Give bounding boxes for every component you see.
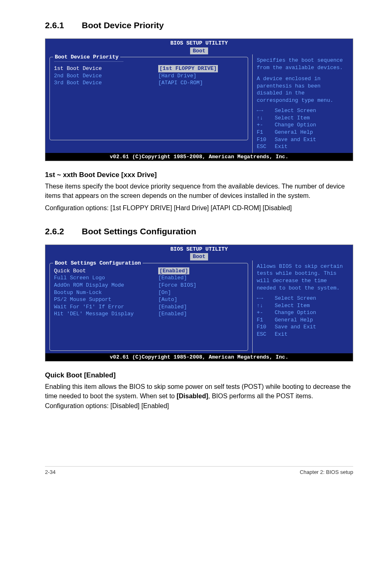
bios-option-row[interactable]: 2nd Boot Device[Hard Drive] xyxy=(54,72,244,80)
key-hint-row: F1General Help xyxy=(257,316,349,324)
subsection-heading: 1st ~ xxth Boot Device [xxx Drive] xyxy=(45,171,353,179)
help-text-1: Specifies the boot sequence from the ava… xyxy=(257,57,349,71)
key-name: F10 xyxy=(257,323,275,331)
key-hint-row: ↑↓Select Item xyxy=(257,302,349,310)
key-hint-row: ←→Select Screen xyxy=(257,295,349,302)
section-heading-2: 2.6.2Boot Settings Configuration xyxy=(45,227,353,236)
bios-tab-boot[interactable]: Boot xyxy=(190,47,208,55)
key-action: Select Item xyxy=(275,114,310,122)
key-action: General Help xyxy=(275,316,313,324)
bios-footer: v02.61 (C)Copyright 1985-2008, American … xyxy=(45,353,353,361)
option-label: Bootup Num-Lock xyxy=(54,289,158,296)
keys-help: ←→Select Screen↑↓Select Item+-Change Opt… xyxy=(257,295,349,338)
bios-option-row[interactable]: Wait For 'F1' If Error[Enabled] xyxy=(54,303,244,311)
key-name: F1 xyxy=(257,129,275,136)
page-footer: 2-34 Chapter 2: BIOS setup xyxy=(45,466,353,483)
key-name: +- xyxy=(257,121,275,129)
chapter-label: Chapter 2: BIOS setup xyxy=(300,469,353,475)
key-name: ESC xyxy=(257,331,275,338)
bios-panel-boot-settings: BIOS SETUP UTILITY Boot Boot Settings Co… xyxy=(45,245,353,361)
key-name: F10 xyxy=(257,136,275,144)
key-name: ↑↓ xyxy=(257,302,275,310)
key-hint-row: F1General Help xyxy=(257,129,349,136)
bios-help-panel: Allows BIOS to skip certain tests while … xyxy=(252,260,353,353)
key-hint-row: +-Change Option xyxy=(257,309,349,316)
key-name: +- xyxy=(257,309,275,316)
option-value[interactable]: [1st FLOPPY DRIVE] xyxy=(158,65,218,72)
help-text-1: Allows BIOS to skip certain tests while … xyxy=(257,263,349,292)
bios-left-panel: Boot Device Priority 1st Boot Device[1st… xyxy=(49,57,248,140)
key-action: Select Screen xyxy=(275,295,316,302)
body-paragraph: Enabling this item allows the BIOS to sk… xyxy=(45,382,353,411)
bios-title-bar: BIOS SETUP UTILITY xyxy=(45,39,353,47)
key-name: ESC xyxy=(257,143,275,150)
option-value[interactable]: [Force BIOS] xyxy=(158,282,197,289)
key-hint-row: +-Change Option xyxy=(257,121,349,129)
body-paragraph: Configuration options: [1st FLOPPY DRIVE… xyxy=(45,203,353,213)
key-action: Change Option xyxy=(275,309,316,316)
bios-title-bar: BIOS SETUP UTILITY xyxy=(45,245,353,253)
bold-text: [Disabled] xyxy=(177,393,208,399)
panel-heading: Boot Settings Configuration xyxy=(53,260,143,267)
option-value[interactable]: [ATAPI CD-ROM] xyxy=(158,79,203,87)
option-value[interactable]: [Hard Drive] xyxy=(158,72,197,80)
bios-panel-boot-priority: BIOS SETUP UTILITY Boot Boot Device Prio… xyxy=(45,38,353,161)
key-action: Select Screen xyxy=(275,107,316,114)
bios-tab-boot[interactable]: Boot xyxy=(190,253,208,260)
key-action: Save and Exit xyxy=(275,136,316,144)
option-value[interactable]: [Enabled] xyxy=(158,267,189,275)
option-value[interactable]: [Enabled] xyxy=(158,274,187,282)
key-hint-row: F10Save and Exit xyxy=(257,136,349,144)
bios-option-row[interactable]: PS/2 Mouse Support[Auto] xyxy=(54,296,244,303)
key-action: Exit xyxy=(275,143,287,150)
section-heading-1: 2.6.1Boot Device Priority xyxy=(45,20,353,30)
section-title: Boot Settings Configuration xyxy=(82,227,196,236)
option-value[interactable]: [Auto] xyxy=(158,296,177,303)
bios-footer: v02.61 (C)Copyright 1985-2008, American … xyxy=(45,153,353,161)
bios-title: BIOS SETUP UTILITY xyxy=(170,40,228,46)
key-name: F1 xyxy=(257,316,275,324)
bios-left-panel: Boot Settings Configuration Quick Boot[E… xyxy=(49,263,248,351)
option-label: 2nd Boot Device xyxy=(54,72,158,80)
keys-help: ←→Select Screen↑↓Select Item+-Change Opt… xyxy=(257,107,349,150)
option-value[interactable]: [Enabled] xyxy=(158,303,187,311)
option-label: AddOn ROM Display Mode xyxy=(54,282,158,289)
key-hint-row: ←→Select Screen xyxy=(257,107,349,114)
option-label: 3rd Boot Device xyxy=(54,79,158,87)
key-hint-row: ↑↓Select Item xyxy=(257,114,349,122)
bios-option-row[interactable]: Quick Boot[Enabled] xyxy=(54,267,244,275)
key-name: ↑↓ xyxy=(257,114,275,122)
key-action: Change Option xyxy=(275,121,316,129)
key-action: Exit xyxy=(275,331,287,338)
option-label: Wait For 'F1' If Error xyxy=(54,303,158,311)
help-text-2: A device enclosed in parenthesis has bee… xyxy=(257,75,349,104)
key-action: Save and Exit xyxy=(275,323,316,331)
bios-title: BIOS SETUP UTILITY xyxy=(170,246,228,252)
bios-option-row[interactable]: Bootup Num-Lock[On] xyxy=(54,289,244,296)
section-number: 2.6.2 xyxy=(45,227,82,236)
key-action: General Help xyxy=(275,129,313,136)
subsection-heading: Quick Boot [Enabled] xyxy=(45,371,353,379)
bios-option-row[interactable]: 1st Boot Device[1st FLOPPY DRIVE] xyxy=(54,65,244,72)
panel-heading: Boot Device Priority xyxy=(53,54,120,61)
bios-help-panel: Specifies the boot sequence from the ava… xyxy=(252,54,353,153)
key-name: ←→ xyxy=(257,107,275,114)
key-hint-row: ESCExit xyxy=(257,143,349,150)
option-label: 1st Boot Device xyxy=(54,65,158,72)
option-label: PS/2 Mouse Support xyxy=(54,296,158,303)
bios-option-row[interactable]: 3rd Boot Device[ATAPI CD-ROM] xyxy=(54,79,244,87)
bios-option-row[interactable]: AddOn ROM Display Mode[Force BIOS] xyxy=(54,282,244,289)
section-number: 2.6.1 xyxy=(45,20,82,30)
option-value[interactable]: [On] xyxy=(158,289,171,296)
section-title: Boot Device Priority xyxy=(82,20,164,30)
option-label: Hit 'DEL' Message Display xyxy=(54,310,158,318)
body-paragraph: These items specify the boot device prio… xyxy=(45,182,353,200)
key-hint-row: ESCExit xyxy=(257,331,349,338)
key-hint-row: F10Save and Exit xyxy=(257,323,349,331)
key-action: Select Item xyxy=(275,302,310,310)
bios-option-row[interactable]: Full Screen Logo[Enabled] xyxy=(54,274,244,282)
option-label: Quick Boot xyxy=(54,267,158,275)
bios-option-row[interactable]: Hit 'DEL' Message Display[Enabled] xyxy=(54,310,244,318)
option-value[interactable]: [Enabled] xyxy=(158,310,187,318)
key-name: ←→ xyxy=(257,295,275,302)
